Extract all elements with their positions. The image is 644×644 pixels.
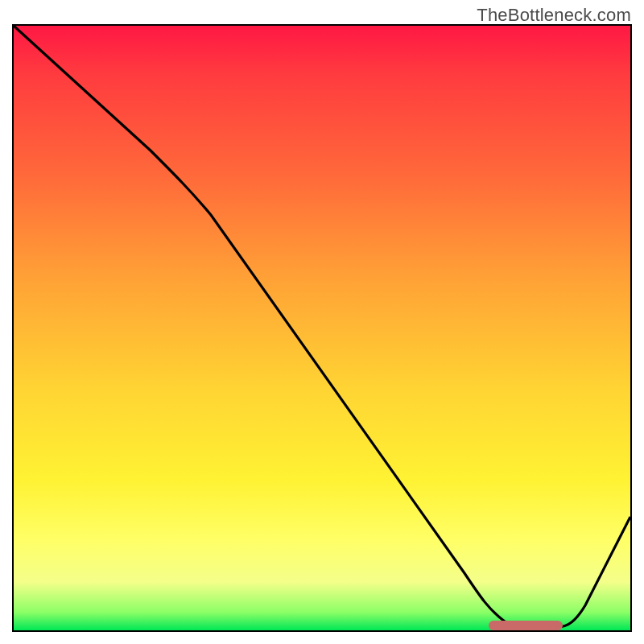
chart-svg (14, 26, 630, 630)
chart-frame (12, 24, 632, 632)
bottleneck-curve-path (14, 26, 630, 628)
watermark-text: TheBottleneck.com (477, 5, 631, 26)
